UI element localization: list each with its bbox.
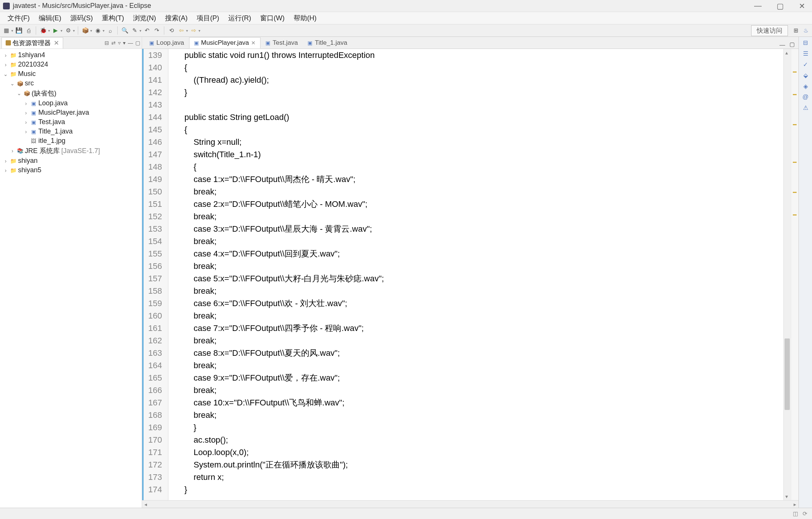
- hierarchy-icon[interactable]: ⬙: [803, 72, 808, 79]
- maximize-button[interactable]: ▢: [773, 2, 788, 11]
- editor-tab[interactable]: ▣Test.java: [261, 37, 303, 49]
- collapse-all-icon[interactable]: ⊟: [105, 40, 109, 46]
- close-tab-icon[interactable]: ✕: [251, 40, 256, 46]
- tree-node[interactable]: ›▣Loop.java: [3, 99, 139, 108]
- java-perspective-icon[interactable]: ♨: [801, 26, 810, 35]
- last-edit-icon[interactable]: ⟲: [167, 26, 176, 35]
- horizontal-scrollbar[interactable]: ◂ ▸: [142, 500, 798, 508]
- filter-icon[interactable]: ▿: [118, 40, 121, 46]
- javadoc-icon[interactable]: @: [802, 94, 808, 100]
- close-tab-icon[interactable]: ✕: [54, 39, 59, 47]
- maximize-editor-icon[interactable]: ▢: [788, 40, 796, 49]
- problems-icon[interactable]: ⚠: [803, 104, 808, 111]
- minimize-button[interactable]: —: [750, 2, 765, 11]
- declaration-icon[interactable]: ◈: [803, 83, 808, 90]
- java-file-icon: ▣: [149, 40, 154, 46]
- tree-node[interactable]: ›▣Title_1.java: [3, 127, 139, 136]
- menu-item[interactable]: 运行(R): [224, 12, 256, 24]
- debug-icon[interactable]: 🐞: [39, 26, 47, 35]
- package-explorer-tools: ⊟ ⇄ ▿ ▾ ― ▢: [105, 40, 140, 46]
- perspective-switcher: ⊞ ♨: [792, 26, 810, 35]
- menu-bar: 文件(F)编辑(E)源码(S)重构(T)浏览(N)搜索(A)项目(P)运行(R)…: [0, 12, 812, 24]
- java-file-icon: ▣: [194, 40, 199, 46]
- minimize-view-icon[interactable]: ―: [128, 40, 133, 46]
- java-file-icon: ▣: [308, 40, 312, 46]
- tab-label: Title_1.java: [315, 39, 347, 47]
- tree-node[interactable]: ›📁20210324: [3, 60, 139, 69]
- maximize-view-icon[interactable]: ▢: [135, 40, 140, 46]
- annotation-next-icon[interactable]: ↷: [153, 26, 161, 35]
- editor-tab-bar: ▣Loop.java▣MusicPlayer.java✕▣Test.java▣T…: [142, 37, 798, 49]
- save-icon[interactable]: 💾: [15, 26, 23, 35]
- run-icon[interactable]: ▶: [52, 26, 60, 35]
- tab-label: MusicPlayer.java: [201, 39, 249, 47]
- code-editor[interactable]: public static void run1() throws Interru…: [168, 49, 783, 500]
- annotation-prev-icon[interactable]: ↶: [143, 26, 151, 35]
- menu-item[interactable]: 帮助(H): [289, 12, 321, 24]
- menu-item[interactable]: 编辑(E): [34, 12, 66, 24]
- package-explorer: 包资源管理器 ✕ ⊟ ⇄ ▿ ▾ ― ▢ ›📁1shiyan4›📁2021032…: [0, 37, 142, 508]
- toggle-mark-icon[interactable]: ✎: [130, 26, 139, 35]
- new-icon[interactable]: ▦: [2, 26, 11, 35]
- vertical-scrollbar[interactable]: ▴ ▾: [783, 49, 791, 500]
- editor-tab[interactable]: ▣Title_1.java: [303, 37, 352, 49]
- overview-ruler[interactable]: [791, 49, 798, 500]
- tree-node[interactable]: 🖼itle_1.jpg: [3, 136, 139, 146]
- menu-item[interactable]: 窗口(W): [256, 12, 289, 24]
- search-icon[interactable]: 🔍: [121, 26, 129, 35]
- menu-item[interactable]: 项目(P): [192, 12, 224, 24]
- menu-item[interactable]: 文件(F): [3, 12, 34, 24]
- external-tools-icon[interactable]: ⚙: [64, 26, 72, 35]
- scroll-right-icon[interactable]: ▸: [791, 501, 798, 507]
- tree-node[interactable]: ›▣Test.java: [3, 117, 139, 127]
- menu-item[interactable]: 源码(S): [66, 12, 97, 24]
- tree-node[interactable]: ⌄📁Music: [3, 69, 139, 79]
- tree-node[interactable]: ›📁shiyan5: [3, 165, 139, 175]
- link-editor-icon[interactable]: ⇄: [111, 40, 116, 46]
- scrollbar-thumb[interactable]: [785, 338, 790, 410]
- quick-access-input[interactable]: 快速访问: [751, 25, 788, 36]
- editor-tab[interactable]: ▣Loop.java: [144, 37, 189, 49]
- package-explorer-title: 包资源管理器: [12, 39, 51, 47]
- java-file-icon: ▣: [265, 40, 270, 46]
- status-icon-2[interactable]: ⟳: [803, 510, 807, 517]
- editor-tab[interactable]: ▣MusicPlayer.java✕: [189, 37, 261, 49]
- new-class-icon[interactable]: ◉: [94, 26, 102, 35]
- open-perspective-icon[interactable]: ⊞: [792, 26, 800, 35]
- scroll-up-icon[interactable]: ▴: [785, 50, 788, 56]
- editor-area: ▣Loop.java▣MusicPlayer.java✕▣Test.java▣T…: [142, 37, 798, 508]
- nav-forward-icon[interactable]: ⇨: [189, 26, 198, 35]
- scroll-down-icon[interactable]: ▾: [785, 493, 788, 499]
- tree-node[interactable]: ›📁1shiyan4: [3, 50, 139, 60]
- open-type-icon[interactable]: ⌕: [106, 26, 114, 35]
- outline-icon[interactable]: ☰: [803, 50, 808, 57]
- new-package-icon[interactable]: 📦: [81, 26, 89, 35]
- tree-node[interactable]: ›📚JRE 系统库 [JavaSE-1.7]: [3, 146, 139, 156]
- save-all-icon[interactable]: ⎙: [24, 26, 33, 35]
- tree-node[interactable]: ›📁shiyan: [3, 156, 139, 165]
- close-button[interactable]: ✕: [795, 2, 809, 11]
- workspace: 包资源管理器 ✕ ⊟ ⇄ ▿ ▾ ― ▢ ›📁1shiyan4›📁2021032…: [0, 37, 812, 508]
- status-icon-1[interactable]: ◫: [793, 510, 798, 517]
- scroll-left-icon[interactable]: ◂: [142, 501, 149, 507]
- tree-node[interactable]: ⌄📦(缺省包): [3, 88, 139, 99]
- task-list-icon[interactable]: ✓: [803, 61, 808, 68]
- package-explorer-tab[interactable]: 包资源管理器 ✕: [2, 37, 63, 49]
- menu-item[interactable]: 搜索(A): [161, 12, 192, 24]
- tab-label: Loop.java: [156, 39, 184, 47]
- minimize-editor-icon[interactable]: ―: [778, 40, 786, 49]
- editor-tab-tools: ― ▢: [778, 40, 798, 49]
- menu-item[interactable]: 浏览(N): [129, 12, 161, 24]
- view-menu-icon[interactable]: ▾: [123, 40, 126, 46]
- nav-back-icon[interactable]: ⇦: [177, 26, 185, 35]
- line-gutter[interactable]: 1391401411421431441451461471481491501511…: [142, 49, 168, 500]
- right-toolbar-strip: ⊟ ☰ ✓ ⬙ ◈ @ ⚠: [798, 37, 812, 508]
- tree-node[interactable]: ›▣MusicPlayer.java: [3, 108, 139, 117]
- toolbar: ▦▾ 💾 ⎙ 🐞▾ ▶▾ ⚙▾ 📦▾ ◉▾ ⌕ 🔍 ✎▾ ↶ ↷ ⟲ ⇦▾ ⇨▾…: [0, 24, 812, 37]
- package-explorer-tab-bar: 包资源管理器 ✕ ⊟ ⇄ ▿ ▾ ― ▢: [0, 37, 142, 49]
- eclipse-icon: [3, 3, 10, 9]
- tab-label: Test.java: [273, 39, 298, 47]
- restore-view-icon[interactable]: ⊟: [803, 39, 808, 46]
- tree-node[interactable]: ⌄📦src: [3, 79, 139, 88]
- menu-item[interactable]: 重构(T): [97, 12, 129, 24]
